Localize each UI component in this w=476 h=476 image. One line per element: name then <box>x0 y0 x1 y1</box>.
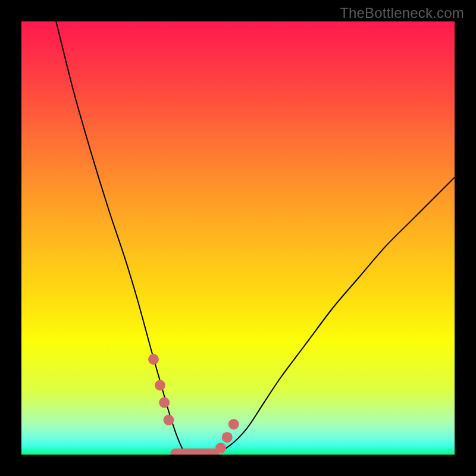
bottleneck-curve <box>56 21 455 455</box>
watermark-text: TheBottleneck.com <box>340 5 464 21</box>
marker-dot <box>155 380 165 391</box>
marker-dot <box>159 397 170 408</box>
marker-dot <box>148 354 159 365</box>
chart-svg <box>21 21 455 455</box>
marker-dot <box>164 415 174 425</box>
chart-frame: TheBottleneck.com <box>0 0 476 476</box>
marker-dot <box>228 419 239 430</box>
marker-dot <box>222 432 233 443</box>
plot-area <box>21 21 455 455</box>
highlight-markers <box>148 354 239 453</box>
